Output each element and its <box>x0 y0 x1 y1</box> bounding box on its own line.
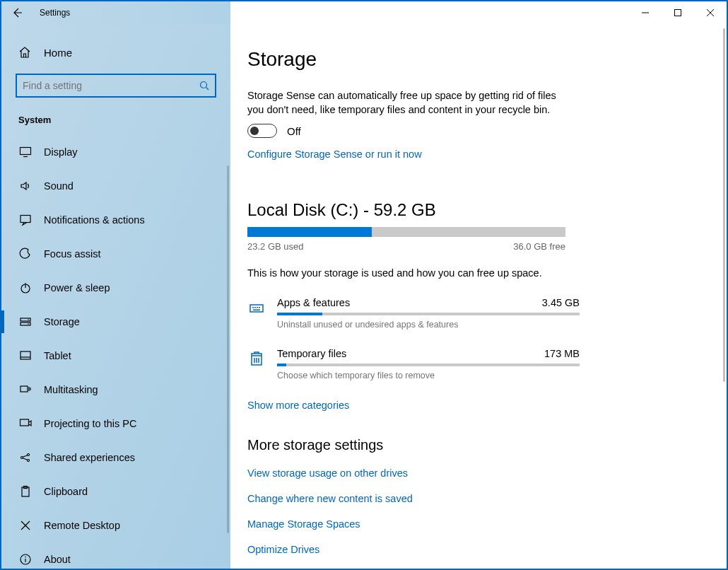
storage-sense-toggle[interactable] <box>247 124 277 138</box>
category-name: Apps & features <box>277 297 350 308</box>
category-subtitle: Uninstall unused or undesired apps & fea… <box>277 320 580 330</box>
search-input[interactable] <box>17 80 194 91</box>
back-button[interactable] <box>1 1 33 24</box>
power-sleep-icon <box>18 281 33 294</box>
focus-assist-icon <box>18 248 33 260</box>
svg-point-20 <box>28 454 30 456</box>
category-name: Temporary files <box>277 348 346 359</box>
toggle-state-label: Off <box>287 125 301 137</box>
sidebar-item-remote-desktop[interactable]: Remote Desktop <box>1 508 230 542</box>
sidebar-item-label: Notifications & actions <box>44 214 145 226</box>
multitasking-icon <box>18 383 33 396</box>
sidebar-item-clipboard[interactable]: Clipboard <box>1 475 230 508</box>
storage-sense-toggle-row: Off <box>247 124 700 138</box>
close-button[interactable] <box>694 1 727 24</box>
svg-point-2 <box>201 82 207 88</box>
home-button[interactable]: Home <box>1 38 230 66</box>
disk-stats: 23.2 GB used 36.0 GB free <box>247 241 565 252</box>
projecting-icon <box>18 417 33 430</box>
sidebar: Home System DisplaySoundNotifications & … <box>1 24 230 569</box>
storage-category-apps-features[interactable]: Apps & features3.45 GBUninstall unused o… <box>247 297 580 330</box>
home-label: Home <box>44 47 72 59</box>
sidebar-item-power-sleep[interactable]: Power & sleep <box>1 271 230 305</box>
search-field[interactable] <box>16 74 216 98</box>
sidebar-item-tablet[interactable]: Tablet <box>1 339 230 373</box>
svg-line-23 <box>23 458 27 460</box>
category-size: 173 MB <box>544 348 580 359</box>
svg-point-12 <box>28 323 29 325</box>
svg-rect-33 <box>252 307 254 308</box>
svg-rect-37 <box>253 310 260 311</box>
sidebar-item-focus-assist[interactable]: Focus assist <box>1 237 230 271</box>
display-icon <box>18 146 33 158</box>
window-title: Settings <box>40 8 70 18</box>
sound-icon <box>18 180 33 192</box>
settings-window: Settings Home <box>0 0 728 570</box>
storage-icon <box>18 315 33 328</box>
sidebar-item-shared-experiences[interactable]: Shared experiences <box>1 441 230 475</box>
disk-usage-bar <box>247 227 565 237</box>
sidebar-item-label: Shared experiences <box>44 452 135 463</box>
body: Home System DisplaySoundNotifications & … <box>1 24 727 569</box>
sidebar-item-projecting[interactable]: Projecting to this PC <box>1 407 230 441</box>
remote-desktop-icon <box>18 519 33 532</box>
more-settings-link[interactable]: Change where new content is saved <box>247 493 700 504</box>
category-list: Apps & features3.45 GBUninstall unused o… <box>247 297 700 380</box>
tablet-icon <box>18 349 33 362</box>
svg-rect-18 <box>20 419 29 426</box>
show-more-categories-link[interactable]: Show more categories <box>247 400 349 411</box>
storage-category-temporary-files[interactable]: Temporary files173 MBChoose which tempor… <box>247 348 580 380</box>
section-header: System <box>1 110 230 135</box>
category-icon <box>247 298 266 317</box>
svg-rect-1 <box>675 10 681 16</box>
back-arrow-icon <box>11 7 23 18</box>
svg-rect-32 <box>250 305 263 312</box>
disk-free: 36.0 GB free <box>513 241 565 252</box>
sidebar-item-label: Tablet <box>44 350 71 361</box>
more-storage-settings-title: More storage settings <box>247 437 700 453</box>
sidebar-item-label: Clipboard <box>44 486 88 497</box>
storage-sense-description: Storage Sense can automatically free up … <box>247 89 558 117</box>
svg-point-21 <box>28 460 30 462</box>
svg-line-22 <box>23 455 27 458</box>
titlebar: Settings <box>1 1 727 24</box>
category-icon <box>247 349 266 368</box>
minimize-button[interactable] <box>629 1 662 24</box>
maximize-button[interactable] <box>662 1 694 24</box>
svg-rect-15 <box>20 386 28 392</box>
category-bar <box>277 363 580 366</box>
more-settings-links: View storage usage on other drivesChange… <box>247 467 700 569</box>
svg-point-11 <box>28 319 29 320</box>
sidebar-item-label: Projecting to this PC <box>44 418 136 429</box>
more-settings-link[interactable]: View storage usage on other drives <box>247 467 700 479</box>
sidebar-item-label: Power & sleep <box>44 282 110 293</box>
svg-rect-36 <box>259 307 260 308</box>
svg-rect-13 <box>20 351 30 359</box>
sidebar-item-label: Multitasking <box>44 384 98 395</box>
sidebar-item-about[interactable]: About <box>1 542 230 569</box>
sidebar-item-label: Display <box>44 146 78 158</box>
sidebar-item-notifications[interactable]: Notifications & actions <box>1 203 230 237</box>
svg-point-28 <box>25 525 26 526</box>
svg-rect-9 <box>20 318 30 321</box>
svg-rect-34 <box>254 307 256 308</box>
more-settings-link[interactable]: Manage Storage Spaces <box>247 518 700 530</box>
category-bar <box>277 313 580 315</box>
sidebar-item-storage[interactable]: Storage <box>1 305 230 339</box>
disk-title: Local Disk (C:) - 59.2 GB <box>247 200 700 220</box>
sidebar-item-display[interactable]: Display <box>1 135 230 169</box>
more-settings-link[interactable]: Optimize Drives <box>247 544 700 555</box>
svg-rect-35 <box>257 307 258 308</box>
sidebar-scrollbar[interactable] <box>227 165 229 533</box>
svg-rect-10 <box>20 322 30 325</box>
sidebar-item-sound[interactable]: Sound <box>1 169 230 203</box>
configure-storage-sense-link[interactable]: Configure Storage Sense or run it now <box>247 149 422 160</box>
disk-used: 23.2 GB used <box>247 241 304 252</box>
window-controls <box>629 1 727 24</box>
sidebar-item-label: Remote Desktop <box>44 520 120 531</box>
disk-usage-fill <box>247 227 372 237</box>
sidebar-item-multitasking[interactable]: Multitasking <box>1 373 230 407</box>
category-subtitle: Choose which temporary files to remove <box>277 371 580 380</box>
main-scrollbar[interactable] <box>723 28 725 382</box>
nav-list: DisplaySoundNotifications & actionsFocus… <box>1 135 230 569</box>
